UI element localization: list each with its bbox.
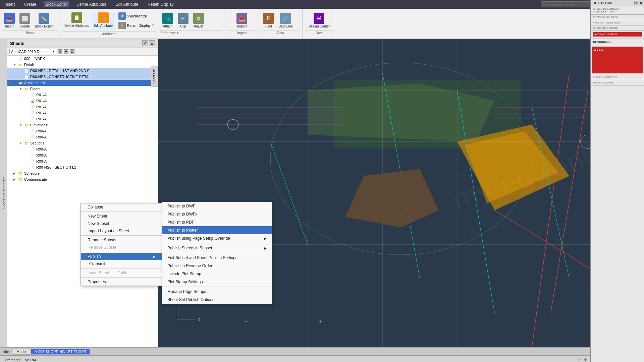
block-editor-button[interactable]: ✏️ Block Editor xyxy=(33,12,55,29)
data-section-title: Data xyxy=(261,30,300,35)
ctx-import-layout[interactable]: Import Layout as Sheet... xyxy=(81,227,162,235)
field-button[interactable]: F Field xyxy=(261,12,276,29)
tree-item-floors[interactable]: ▼ 📁 Floors xyxy=(7,86,158,92)
expand-floors: ▼ xyxy=(19,87,23,90)
ssm-print-btn[interactable]: 🖨 xyxy=(58,49,62,54)
attach-button[interactable]: 📎 Attach xyxy=(160,12,175,29)
layout-tab[interactable]: A-005 SHOPPING 1ST FLOOR xyxy=(31,349,90,355)
tree-item-r01a1[interactable]: 📄 R01-A xyxy=(7,92,158,98)
command-label: Command: xyxy=(3,358,21,362)
status-grid-btn[interactable]: ⊞ xyxy=(578,358,581,362)
clip-icon: ✂ xyxy=(178,13,189,24)
tree-item-index[interactable]: 📄 000 - INDEX xyxy=(7,56,158,62)
tab-nav-prev[interactable]: ◀ xyxy=(3,349,6,354)
pub-dwfx[interactable]: Publish to DWFx xyxy=(162,210,272,218)
tree-item-communicate[interactable]: ▶ 📁 Communicate xyxy=(7,176,158,182)
ctx-publish[interactable]: Publish ▶ xyxy=(81,253,162,260)
tree-item-r00a4[interactable]: 📄 R00-A xyxy=(7,152,158,158)
pub-stamp-settings[interactable]: Plot Stamp Settings... xyxy=(162,278,272,286)
tree-item-r01a3[interactable]: 📄 R01-A xyxy=(7,104,158,110)
tb-sec3: ARCS-ARC LABERINOSO xyxy=(591,20,644,25)
ctx-publish-arrow: ▶ xyxy=(153,255,156,258)
nav-retain-display[interactable]: Retain Display xyxy=(146,1,175,7)
context-menu: Collapse New Sheet... New Subset... Impo… xyxy=(80,203,163,286)
tab-nav-next[interactable]: ▶ xyxy=(6,349,9,354)
tree-item-details[interactable]: ▼ 📁 Details xyxy=(7,62,158,68)
tree-item-r01a2[interactable]: 🔒 R01-A xyxy=(7,98,158,104)
title-block-header: TITLE BLOCK xyxy=(592,1,612,5)
pub-sep3 xyxy=(162,287,272,287)
ssm-dropdown[interactable]: AutoCAD 2010 Demo ▼ xyxy=(9,49,56,54)
app-nav-bar: Insert Create Block Editor Define Attrib… xyxy=(0,0,644,9)
title-close-btn[interactable]: ✕ xyxy=(639,1,643,5)
ctx-new-sheet[interactable]: New Sheet... xyxy=(81,213,162,220)
edit-attribute-button[interactable]: 🔧 Edit Attribute xyxy=(92,12,115,30)
block-editor-icon: ✏️ xyxy=(39,13,49,24)
pub-dwf[interactable]: Publish to DWF xyxy=(162,202,272,210)
tree-item-r00a5[interactable]: 📄 R00-A xyxy=(7,158,158,164)
tree-item-r01a4[interactable]: 📄 R01-A xyxy=(7,110,158,116)
tree-label-r01a4: R01-A xyxy=(36,111,47,115)
tree-item-schedule[interactable]: ▶ 📁 Schedule xyxy=(7,170,158,176)
insert-button[interactable]: 📥 Insert xyxy=(2,12,17,29)
retain-display-button[interactable]: 🔒 Retain Display ▼ xyxy=(117,21,156,30)
tree-label-r00a3: R00-A xyxy=(36,147,47,151)
nav-create[interactable]: Create xyxy=(22,1,38,7)
nav-edit-attribute[interactable]: Edit Attribute xyxy=(113,1,140,7)
svg-text:+: + xyxy=(319,318,322,324)
tree-item-r00a3[interactable]: 📄 R00-A xyxy=(7,146,158,152)
tree-item-architectural[interactable]: ▼ 📂 Architectural xyxy=(7,80,158,86)
pub-manage-setups[interactable]: Manage Page Setups... xyxy=(162,288,272,296)
tree-item-r00a1[interactable]: 📄 R00-A xyxy=(7,128,158,134)
tree-item-r00nd2[interactable]: 📄 R00-ND2 - DETAIL 1ST AND 2ND F xyxy=(7,68,158,74)
tree-item-r00ns6[interactable]: 📄 R00-NS6 - SECTION L1 xyxy=(7,164,158,170)
pub-sheet-publish-opts[interactable]: Sheet Set Publish Options... xyxy=(162,296,272,304)
sheet-icon-r00a1: 📄 xyxy=(30,129,35,133)
pub-edit-settings[interactable]: Edit Subset and Sheet Publish Settings..… xyxy=(162,254,272,262)
tree-item-r00a2[interactable]: 📄 R00-A xyxy=(7,134,158,140)
ctx-new-subset[interactable]: New Subset... xyxy=(81,220,162,227)
sync-icon: ↺ xyxy=(118,12,126,20)
reference-section-title[interactable]: Reference ▼ xyxy=(160,30,223,35)
define-attributes-button[interactable]: 📋 Define Attributes xyxy=(62,12,91,30)
pub-pdf[interactable]: Publish to PDF xyxy=(162,218,272,226)
nav-insert[interactable]: Insert xyxy=(3,1,17,7)
adjust-button[interactable]: ⚙ Adjust xyxy=(191,12,206,29)
synchronize-button[interactable]: ↺ Synchronize xyxy=(117,12,156,20)
tb-revisiones: REVISIONES xyxy=(591,39,644,45)
ssm-layout-btn[interactable]: ⊞ xyxy=(70,49,74,54)
ssm-refresh-btn[interactable]: ↺ xyxy=(142,40,148,46)
folder-icon-communicate: 📁 xyxy=(18,177,23,182)
clip-button[interactable]: ✂ Clip xyxy=(176,12,191,29)
design-center-label: Design Center xyxy=(308,24,330,28)
tree-item-r01a5[interactable]: 📄 R01-A xyxy=(7,116,158,122)
ctx-rename-subset[interactable]: Rename Subset... xyxy=(81,236,162,244)
ctx-collapse[interactable]: Collapse xyxy=(81,203,162,211)
import-button[interactable]: 📤 Import xyxy=(227,12,257,29)
sheet-list-tab[interactable]: Sheet List xyxy=(151,66,158,86)
pub-page-setup[interactable]: Publish using Page Setup Override ▶ xyxy=(162,234,272,242)
tree-label-r01a3: R01-A xyxy=(36,105,47,109)
pub-subset[interactable]: Publish Sheets in Subset ▶ xyxy=(162,244,272,252)
ctx-etransmit[interactable]: eTransmit... xyxy=(81,260,162,267)
pub-include-stamp[interactable]: Include Plot Stamp xyxy=(162,270,272,278)
title-pin-btn[interactable]: 📌 xyxy=(634,1,638,5)
sheet-icon-r00a2: 📄 xyxy=(30,135,35,139)
tree-item-elevations[interactable]: ▼ 📁 Elevations: xyxy=(7,122,158,128)
tb-modificaciones: MODIFICACIONES xyxy=(591,80,644,85)
nav-block-editor[interactable]: Block Editor xyxy=(44,1,69,7)
ssm-expand-btn[interactable]: ▲ xyxy=(149,40,155,46)
design-center-button[interactable]: 🏛 Design Center xyxy=(305,12,334,29)
data-link-button[interactable]: 🔗 Data Link xyxy=(276,12,294,29)
status-snap-btn[interactable]: ✛ xyxy=(584,358,587,362)
tree-item-r00nd3[interactable]: 📄 R00-ND3 - CONSTRUCTIVE DETAIL xyxy=(7,74,158,80)
pub-reverse-order[interactable]: Publish in Reverse Order xyxy=(162,262,272,270)
ssm-nav-btn[interactable]: ⬅ xyxy=(64,49,68,54)
model-tab[interactable]: Model xyxy=(13,349,30,355)
create-button[interactable]: ⬜ Create xyxy=(17,12,32,29)
ctx-properties[interactable]: Properties... xyxy=(81,278,162,286)
tree-item-sections[interactable]: ▼ 📁 Sections xyxy=(7,140,158,146)
nav-define-attributes[interactable]: Define Attributes xyxy=(74,1,108,7)
status-bar: Command: MSPACE ⊞ ✛ ⊥ ◈ ⊙ ▷ △ DYN LW QP xyxy=(0,355,644,362)
pub-plotter[interactable]: Publish to Plotter xyxy=(162,226,272,234)
